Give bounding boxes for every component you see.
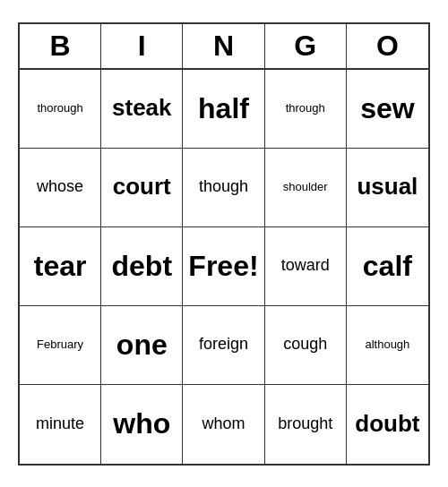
- cell-text: sew: [360, 91, 414, 125]
- grid-cell: through: [265, 70, 347, 149]
- cell-text: Free!: [188, 249, 258, 283]
- grid-cell: though: [183, 149, 264, 227]
- cell-text: whom: [202, 414, 245, 434]
- header-letter: B: [20, 24, 101, 68]
- grid-cell: debt: [101, 227, 183, 306]
- cell-text: February: [37, 337, 83, 352]
- grid-cell: brought: [265, 385, 347, 464]
- header-letter: I: [101, 24, 183, 68]
- grid-cell: court: [101, 149, 183, 227]
- cell-text: thorough: [37, 101, 82, 115]
- grid-cell: calf: [347, 227, 428, 306]
- grid-cell: Free!: [183, 227, 264, 306]
- cell-text: one: [116, 328, 168, 362]
- grid-cell: although: [347, 306, 428, 385]
- cell-text: court: [113, 173, 171, 201]
- cell-text: steak: [112, 94, 172, 122]
- grid-cell: minute: [20, 385, 101, 464]
- header-letter: N: [183, 24, 264, 68]
- grid-cell: usual: [347, 149, 428, 227]
- cell-text: toward: [281, 256, 330, 276]
- cell-text: foreign: [199, 335, 248, 355]
- grid-cell: doubt: [347, 385, 428, 464]
- bingo-header: BINGO: [20, 24, 428, 70]
- grid-cell: toward: [265, 227, 347, 306]
- bingo-grid: thoroughsteakhalfthroughsewwhosecourttho…: [20, 70, 428, 464]
- bingo-card: BINGO thoroughsteakhalfthroughsewwhoseco…: [18, 22, 430, 466]
- cell-text: shoulder: [283, 180, 328, 194]
- cell-text: who: [113, 406, 170, 440]
- cell-text: usual: [357, 173, 418, 201]
- cell-text: minute: [36, 414, 84, 434]
- grid-cell: cough: [265, 306, 347, 385]
- cell-text: brought: [278, 414, 332, 434]
- header-letter: G: [265, 24, 347, 68]
- grid-cell: who: [101, 385, 183, 464]
- grid-cell: thorough: [20, 70, 101, 149]
- grid-cell: shoulder: [265, 149, 347, 227]
- cell-text: tear: [34, 249, 87, 283]
- cell-text: through: [286, 101, 325, 115]
- cell-text: whose: [37, 177, 83, 197]
- grid-cell: steak: [101, 70, 183, 149]
- grid-cell: one: [101, 306, 183, 385]
- cell-text: debt: [112, 249, 173, 283]
- cell-text: half: [198, 91, 249, 125]
- cell-text: cough: [283, 335, 327, 355]
- grid-cell: sew: [347, 70, 428, 149]
- grid-cell: whose: [20, 149, 101, 227]
- cell-text: although: [365, 337, 409, 352]
- cell-text: calf: [363, 249, 412, 283]
- header-letter: O: [347, 24, 428, 68]
- grid-cell: whom: [183, 385, 264, 464]
- grid-cell: tear: [20, 227, 101, 306]
- cell-text: though: [199, 177, 248, 197]
- grid-cell: foreign: [183, 306, 264, 385]
- cell-text: doubt: [355, 410, 419, 438]
- grid-cell: February: [20, 306, 101, 385]
- grid-cell: half: [183, 70, 264, 149]
